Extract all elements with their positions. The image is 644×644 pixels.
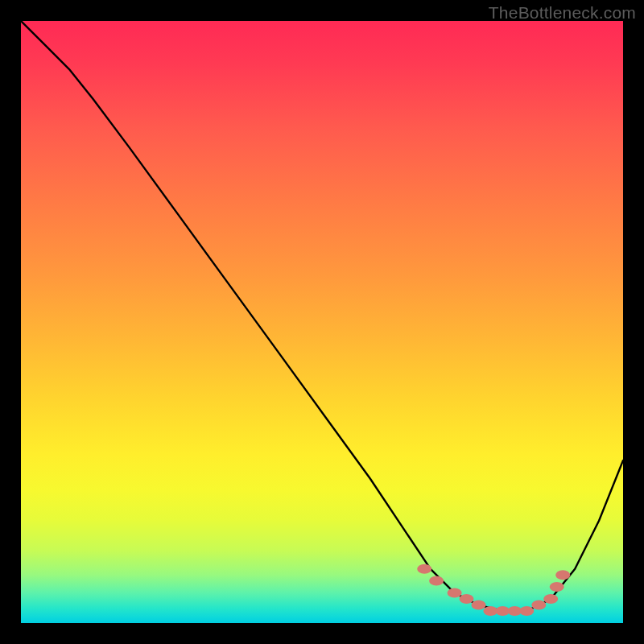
marker-dot [429,576,444,586]
marker-dot [519,606,534,616]
marker-dot [448,588,462,598]
curve-line [21,21,623,611]
marker-dot [550,582,564,592]
watermark-text: TheBottleneck.com [489,3,636,23]
plot-area [21,21,623,623]
optimal-zone-markers [417,564,570,616]
marker-dot [555,570,570,580]
chart-svg [21,21,623,623]
marker-dot [417,564,431,574]
marker-dot [543,594,558,604]
chart-frame: TheBottleneck.com [0,0,644,644]
marker-dot [472,601,486,610]
marker-dot [531,601,546,610]
marker-dot [460,594,474,604]
